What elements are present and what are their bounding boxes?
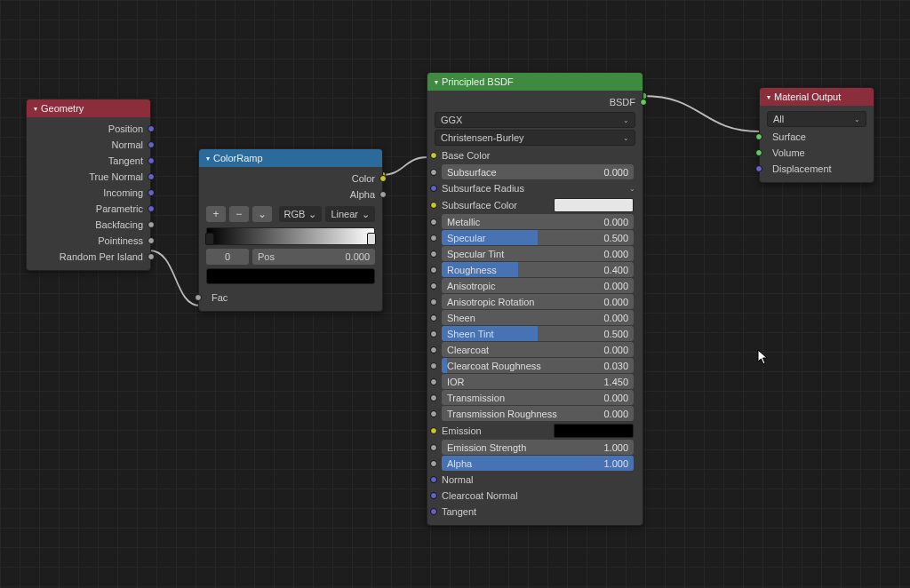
collapse-icon[interactable]: ▾ <box>206 155 210 163</box>
chevron-down-icon: ⌄ <box>308 209 316 220</box>
output-parametric[interactable]: Parametric <box>27 201 150 217</box>
sheen-slider[interactable]: Sheen0.000 <box>442 310 634 325</box>
specular-tint-slider[interactable]: Specular Tint0.000 <box>442 246 634 261</box>
stop-pos-field[interactable]: Pos 0.000 <box>252 249 375 265</box>
node-colorramp[interactable]: ▾ ColorRamp Color Alpha + − ⌄ RGB⌄ Linea… <box>198 148 383 312</box>
specular-slider[interactable]: Specular0.500 <box>442 230 634 245</box>
collapse-icon[interactable]: ▾ <box>767 93 770 101</box>
transmission-slider[interactable]: Transmission0.000 <box>442 390 634 405</box>
output-backfacing[interactable]: Backfacing <box>27 217 150 233</box>
chevron-down-icon: ⌄ <box>629 185 635 193</box>
node-title: ColorRamp <box>213 153 263 163</box>
collapse-icon[interactable]: ▾ <box>435 78 438 86</box>
clearcoat-slider[interactable]: Clearcoat0.000 <box>442 342 634 357</box>
remove-stop-button[interactable]: − <box>229 206 249 222</box>
metallic-slider[interactable]: Metallic0.000 <box>442 214 634 229</box>
output-normal[interactable]: Normal <box>27 137 150 153</box>
input-tangent[interactable]: Tangent <box>427 504 643 520</box>
input-emission[interactable]: Emission <box>427 422 643 439</box>
node-title: Material Output <box>774 91 841 102</box>
clearcoat-roughness-slider[interactable]: Clearcoat Roughness0.030 <box>442 358 634 373</box>
anisotropic-rotation-slider[interactable]: Anisotropic Rotation0.000 <box>442 294 634 309</box>
stop-index-field[interactable]: 0 <box>206 249 249 265</box>
cursor-icon <box>757 349 770 368</box>
node-header-material-output[interactable]: ▾ Material Output <box>760 88 874 106</box>
output-random-per-island[interactable]: Random Per Island <box>27 249 150 265</box>
chevron-down-icon: ⌄ <box>362 209 370 220</box>
chevron-down-icon: ⌄ <box>854 115 860 123</box>
node-principled-bsdf[interactable]: ▾ Principled BSDF BSDF GGX⌄ Christensen-… <box>427 72 643 526</box>
collapse-icon[interactable]: ▾ <box>34 105 37 113</box>
node-header-bsdf[interactable]: ▾ Principled BSDF <box>427 73 643 91</box>
ramp-menu-button[interactable]: ⌄ <box>252 206 272 222</box>
ior-slider[interactable]: IOR1.450 <box>442 374 634 389</box>
alpha-slider[interactable]: Alpha1.000 <box>442 456 634 471</box>
node-geometry[interactable]: ▾ Geometry Position Normal Tangent True … <box>26 99 151 271</box>
input-clearcoat-normal[interactable]: Clearcoat Normal <box>427 488 643 504</box>
output-incoming[interactable]: Incoming <box>27 185 150 201</box>
target-dropdown[interactable]: All⌄ <box>767 111 866 127</box>
node-title: Geometry <box>41 103 84 114</box>
input-volume[interactable]: Volume <box>760 145 874 161</box>
sss-color-swatch[interactable] <box>554 198 634 212</box>
output-pointiness[interactable]: Pointiness <box>27 233 150 249</box>
output-color[interactable]: Color <box>199 171 382 187</box>
chevron-down-icon: ⌄ <box>623 134 629 142</box>
sss-method-dropdown[interactable]: Christensen-Burley⌄ <box>435 130 635 146</box>
color-mode-dropdown[interactable]: RGB⌄ <box>279 206 323 222</box>
output-position[interactable]: Position <box>27 121 150 137</box>
input-subsurface-radius[interactable]: Subsurface Radius⌄ <box>427 180 643 196</box>
color-stop-0[interactable] <box>205 233 214 245</box>
node-title: Principled BSDF <box>442 76 514 87</box>
emission-color-swatch[interactable] <box>554 424 634 438</box>
node-header-geometry[interactable]: ▾ Geometry <box>27 99 150 117</box>
roughness-slider[interactable]: Roughness0.400 <box>442 262 634 277</box>
color-stop-1[interactable] <box>367 233 376 245</box>
emission-strength-slider[interactable]: Emission Strength1.000 <box>442 440 634 455</box>
input-surface[interactable]: Surface <box>760 129 874 145</box>
transmission-roughness-slider[interactable]: Transmission Roughness0.000 <box>442 406 634 421</box>
add-stop-button[interactable]: + <box>206 206 226 222</box>
output-true-normal[interactable]: True Normal <box>27 169 150 185</box>
chevron-down-icon: ⌄ <box>623 116 629 124</box>
input-normal[interactable]: Normal <box>427 472 643 488</box>
output-bsdf[interactable]: BSDF <box>427 94 643 110</box>
input-fac[interactable]: Fac <box>199 290 382 306</box>
anisotropic-slider[interactable]: Anisotropic0.000 <box>442 278 634 293</box>
input-displacement[interactable]: Displacement <box>760 161 874 177</box>
gradient-bar[interactable] <box>206 227 375 245</box>
subsurface-slider[interactable]: Subsurface0.000 <box>442 164 634 179</box>
interp-dropdown[interactable]: Linear⌄ <box>325 206 375 222</box>
node-material-output[interactable]: ▾ Material Output All⌄ Surface Volume Di… <box>759 87 874 183</box>
output-alpha[interactable]: Alpha <box>199 187 382 203</box>
node-header-colorramp[interactable]: ▾ ColorRamp <box>199 149 382 167</box>
stop-color-swatch[interactable] <box>206 268 375 284</box>
output-tangent[interactable]: Tangent <box>27 153 150 169</box>
distribution-dropdown[interactable]: GGX⌄ <box>435 112 635 128</box>
input-subsurface-color[interactable]: Subsurface Color <box>427 196 643 213</box>
input-base-color[interactable]: Base Color <box>427 147 643 163</box>
sheen-tint-slider[interactable]: Sheen Tint0.500 <box>442 326 634 341</box>
